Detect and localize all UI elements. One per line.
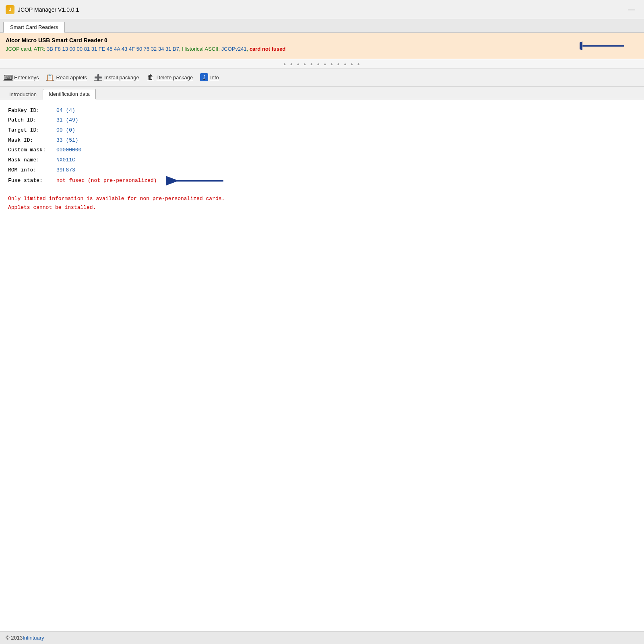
install-package-label: Install package (104, 74, 139, 80)
historical-value: JCOPv241 (221, 46, 247, 52)
card-reader-section: Alcor Micro USB Smart Card Reader 0 JCOP… (0, 33, 644, 59)
tab-identification-data[interactable]: Identification data (43, 89, 96, 99)
read-applets-icon: 📋 (46, 73, 54, 81)
custom-mask-row: Custom mask: 00000000 (8, 145, 225, 155)
card-status: card not fused (250, 46, 286, 52)
minimize-button[interactable]: — (625, 5, 638, 14)
install-package-button[interactable]: ➕ Install package (94, 73, 139, 81)
enter-keys-button[interactable]: ⌨ Enter keys (4, 73, 39, 81)
footer-company-link[interactable]: Infintuary (23, 635, 44, 641)
mask-name-value: NX011C (56, 155, 225, 165)
enter-keys-icon: ⌨ (4, 73, 12, 81)
delete-package-label: Delete package (157, 74, 193, 80)
patch-id-row: Patch ID: 31 (49) (8, 116, 225, 126)
title-bar: J JCOP Manager V1.0.0.1 — (0, 0, 644, 19)
main-content: FabKey ID: 04 (4) Patch ID: 31 (49) Targ… (0, 99, 644, 632)
info-label: Info (210, 74, 219, 80)
mask-name-label: Mask name: (8, 155, 56, 165)
fabkey-id-value: 04 (4) (56, 106, 225, 116)
identification-table: FabKey ID: 04 (4) Patch ID: 31 (49) Targ… (8, 106, 225, 187)
mask-id-value: 33 (51) (56, 136, 225, 146)
fuse-state-wrapper: not fused (not pre-personalized) (56, 175, 225, 186)
delete-package-icon: 🗑 (147, 73, 155, 81)
patch-id-value: 31 (49) (56, 116, 225, 126)
rom-info-label: ROM info: (8, 165, 56, 175)
fuse-state-row: Fuse state: not fused (not pre-personali… (8, 175, 225, 186)
warning-text: Only limited information is available fo… (8, 194, 636, 212)
mask-name-row: Mask name: NX011C (8, 155, 225, 165)
atr-value: 3B F8 13 00 00 81 31 FE 45 4A 43 4F 50 7… (47, 46, 179, 52)
footer-copyright: © 2013 (6, 635, 23, 641)
fuse-state-value: not fused (not pre-personalized) (56, 176, 157, 186)
fabkey-id-label: FabKey ID: (8, 106, 56, 116)
custom-mask-value: 00000000 (56, 145, 225, 155)
rom-info-row: ROM info: 39F873 (8, 165, 225, 175)
footer: © 2013 Infintuary (0, 631, 644, 644)
warning-line1: Only limited information is available fo… (8, 194, 636, 203)
mask-id-label: Mask ID: (8, 136, 56, 146)
target-id-value: 00 (0) (56, 126, 225, 136)
read-applets-button[interactable]: 📋 Read applets (46, 73, 87, 81)
enter-keys-label: Enter keys (14, 74, 39, 80)
reader-info: JCOP card, ATR: 3B F8 13 00 00 81 31 FE … (6, 45, 638, 53)
atr-label: ATR: (34, 46, 45, 52)
custom-mask-label: Custom mask: (8, 145, 56, 155)
arrow-annotation-right (580, 40, 628, 52)
tab-introduction[interactable]: Introduction (3, 89, 43, 99)
mask-id-row: Mask ID: 33 (51) (8, 136, 225, 146)
historical-label: Historical ASCII: (182, 46, 220, 52)
top-tab-bar: Smart Card Readers (0, 19, 644, 33)
rom-info-value: 39F873 (56, 165, 225, 175)
patch-id-label: Patch ID: (8, 116, 56, 126)
tab-smart-card-readers[interactable]: Smart Card Readers (3, 22, 65, 33)
install-package-icon: ➕ (94, 73, 102, 81)
read-applets-label: Read applets (56, 74, 87, 80)
separator-dots: ▲ ▲ ▲ ▲ ▲ ▲ ▲ ▲ ▲ ▲ ▲ ▲ (0, 59, 644, 69)
jcop-card-label: JCOP card (6, 46, 31, 52)
info-icon: i (200, 73, 208, 81)
arrow-annotation-fuse (161, 175, 225, 186)
fuse-state-label: Fuse state: (8, 175, 56, 186)
warning-line2: Applets cannot be installed. (8, 203, 636, 212)
target-id-label: Target ID: (8, 126, 56, 136)
info-button[interactable]: i Info (200, 73, 219, 81)
toolbar: ⌨ Enter keys 📋 Read applets ➕ Install pa… (0, 69, 644, 87)
inner-tab-bar: Introduction Identification data (0, 87, 644, 99)
app-icon: J (6, 5, 14, 14)
delete-package-button[interactable]: 🗑 Delete package (147, 73, 193, 81)
reader-name: Alcor Micro USB Smart Card Reader 0 (6, 37, 638, 43)
target-id-row: Target ID: 00 (0) (8, 126, 225, 136)
app-title: JCOP Manager V1.0.0.1 (18, 6, 79, 13)
fabkey-id-row: FabKey ID: 04 (4) (8, 106, 225, 116)
